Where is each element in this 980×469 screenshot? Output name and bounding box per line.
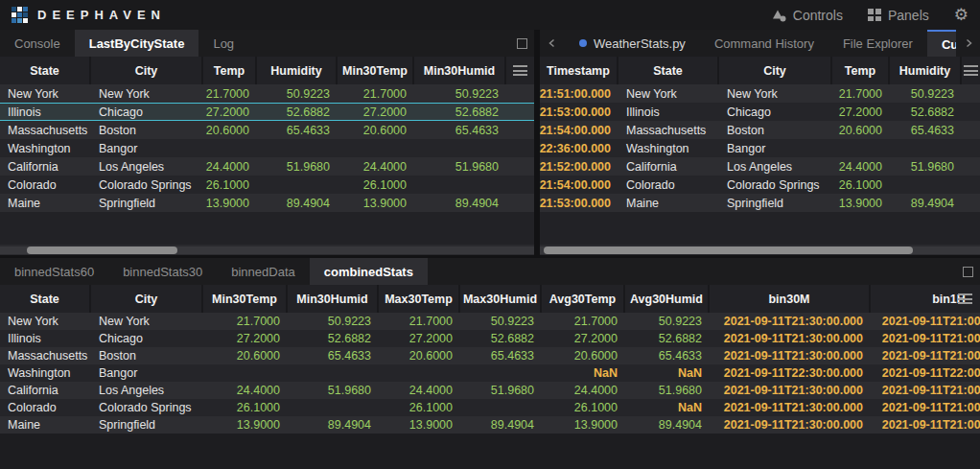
table-menu-icon[interactable] bbox=[964, 65, 978, 76]
column-header[interactable]: Timestamp bbox=[540, 57, 618, 84]
tab-log[interactable]: Log bbox=[198, 30, 248, 57]
table-cell bbox=[890, 139, 962, 157]
column-header[interactable]: Min30Humid bbox=[288, 285, 379, 313]
panels-button[interactable]: Panels bbox=[868, 8, 929, 23]
column-header[interactable]: Min30Temp bbox=[338, 57, 414, 84]
tab-combinedstats[interactable]: combinedStats bbox=[310, 258, 428, 285]
tab-weatherstats-py[interactable]: WeatherStats.py bbox=[565, 30, 700, 57]
table-row[interactable]: 21:54:00.000MassachusettsBoston20.600065… bbox=[540, 121, 980, 139]
tab-scroll-right-icon[interactable] bbox=[956, 30, 980, 57]
table-cell: 21:53:00.000 bbox=[540, 103, 618, 121]
current-weather-panel: WeatherStats.py Command History File Exp… bbox=[540, 30, 980, 255]
table-cell: 2021-09-11T21:30:00.000 bbox=[710, 382, 871, 399]
table-row[interactable]: 21:53:00.000MaineSpringfield13.900089.49… bbox=[540, 194, 980, 212]
table-cell: Colorado Springs bbox=[719, 176, 832, 194]
table-cell: 2021-09-11T22:00:00.000 bbox=[871, 364, 980, 382]
vertical-splitter[interactable] bbox=[534, 30, 540, 255]
table-cell: 13.9000 bbox=[832, 194, 890, 212]
table-row[interactable]: 21:51:00.000New YorkNew York21.700050.92… bbox=[540, 84, 980, 103]
table-menu-icon[interactable] bbox=[513, 65, 527, 76]
table-row[interactable]: MassachusettsBoston20.600065.463320.6000… bbox=[0, 121, 534, 139]
table-row[interactable]: IllinoisChicago27.200052.688227.200052.6… bbox=[0, 103, 534, 121]
horizontal-scrollbar[interactable] bbox=[540, 245, 980, 255]
table-cell: 51.9680 bbox=[890, 157, 962, 176]
column-header[interactable]: State bbox=[618, 57, 719, 84]
table-cell: 24.4000 bbox=[203, 157, 257, 176]
column-header[interactable]: Max30Temp bbox=[379, 285, 460, 313]
column-header[interactable]: Humidity bbox=[890, 57, 962, 84]
table-cell: California bbox=[0, 157, 91, 176]
table-row[interactable]: MaineSpringfield13.900089.490413.900089.… bbox=[0, 194, 534, 212]
column-header[interactable]: Temp bbox=[832, 57, 890, 84]
table-cell: Colorado Springs bbox=[91, 176, 203, 194]
column-header[interactable]: City bbox=[91, 285, 203, 313]
tab-binnedstats60[interactable]: binnedStats60 bbox=[0, 258, 108, 285]
column-header[interactable]: Temp bbox=[203, 57, 257, 84]
table-menu-button[interactable] bbox=[962, 57, 980, 84]
table-row[interactable]: New YorkNew York21.700050.922321.700050.… bbox=[0, 84, 534, 103]
column-header[interactable]: Min30Humid bbox=[414, 57, 506, 84]
table-cell: 65.4633 bbox=[890, 121, 962, 139]
table-row[interactable]: 21:53:00.000IllinoisChicago27.200052.688… bbox=[540, 103, 980, 121]
table-cell: 21:52:00.000 bbox=[540, 157, 618, 176]
column-header[interactable]: City bbox=[91, 57, 203, 84]
table-cell: 2021-09-11T21:30:00.000 bbox=[710, 330, 871, 347]
tab-current[interactable]: Current bbox=[927, 30, 956, 57]
tab-command-history[interactable]: Command History bbox=[700, 30, 828, 57]
controls-label: Controls bbox=[793, 8, 843, 23]
tab-binneddata[interactable]: binnedData bbox=[217, 258, 310, 285]
table-row[interactable]: ColoradoColorado Springs26.100026.1000 bbox=[0, 176, 534, 194]
table-row[interactable]: ColoradoColorado Springs26.100026.100026… bbox=[0, 399, 980, 416]
column-header[interactable]: Avg30Temp bbox=[542, 285, 625, 313]
table-cell: Los Angeles bbox=[91, 382, 203, 399]
tab-file-explorer[interactable]: File Explorer bbox=[828, 30, 927, 57]
controls-button[interactable]: Controls bbox=[772, 8, 843, 23]
settings-gear-icon[interactable]: ⚙ bbox=[954, 7, 968, 23]
scrollbar-thumb[interactable] bbox=[544, 246, 913, 254]
maximize-icon[interactable] bbox=[509, 30, 534, 57]
table-cell bbox=[506, 194, 534, 212]
column-header[interactable]: bin30M bbox=[710, 285, 871, 313]
table-row[interactable]: 21:52:00.000CaliforniaLos Angeles24.4000… bbox=[540, 157, 980, 176]
tab-binnedstats30[interactable]: binnedStats30 bbox=[108, 258, 217, 285]
table-row[interactable]: WashingtonBangor bbox=[0, 139, 534, 157]
table-cell: 20.6000 bbox=[338, 121, 414, 139]
table-row[interactable]: MaineSpringfield13.900089.490413.900089.… bbox=[0, 416, 980, 434]
table-cell bbox=[962, 84, 980, 103]
table-row[interactable]: IllinoisChicago27.200052.688227.200052.6… bbox=[0, 330, 980, 347]
table-cell: NaN bbox=[542, 364, 625, 382]
table-row[interactable]: 21:54:00.000ColoradoColorado Springs26.1… bbox=[540, 176, 980, 194]
table-row[interactable]: WashingtonBangorNaNNaN2021-09-11T22:30:0… bbox=[0, 364, 980, 382]
panels-grid-icon bbox=[868, 9, 881, 21]
column-header[interactable]: City bbox=[719, 57, 832, 84]
table-menu-button[interactable] bbox=[506, 57, 534, 84]
table-cell: Washington bbox=[618, 139, 719, 157]
table-cell: 50.9223 bbox=[288, 313, 379, 330]
lastbycitystate-table: StateCityTempHumidityMin30TempMin30Humid… bbox=[0, 57, 534, 245]
column-header[interactable]: State bbox=[0, 57, 91, 84]
table-menu-button[interactable] bbox=[953, 285, 976, 313]
column-header[interactable]: Min30Temp bbox=[203, 285, 288, 313]
column-header[interactable]: Humidity bbox=[257, 57, 338, 84]
tab-console[interactable]: Console bbox=[0, 30, 75, 57]
table-cell bbox=[506, 139, 534, 157]
table-cell: 13.9000 bbox=[379, 416, 460, 434]
table-cell: 26.1000 bbox=[379, 399, 460, 416]
table-row[interactable]: MassachusettsBoston20.600065.463320.6000… bbox=[0, 347, 980, 364]
table-cell: Illinois bbox=[0, 104, 91, 120]
tab-lastbycitystate[interactable]: LastByCityState bbox=[75, 30, 199, 57]
horizontal-scrollbar[interactable] bbox=[0, 245, 534, 255]
table-row[interactable]: CaliforniaLos Angeles24.400051.968024.40… bbox=[0, 382, 980, 399]
table-row[interactable]: 22:36:00.000WashingtonBangor bbox=[540, 139, 980, 157]
maximize-icon[interactable] bbox=[955, 258, 980, 285]
table-menu-icon[interactable] bbox=[958, 293, 972, 304]
column-header[interactable]: Avg30Humid bbox=[625, 285, 710, 313]
horizontal-splitter[interactable] bbox=[0, 255, 980, 258]
column-header[interactable]: Max30Humid bbox=[460, 285, 542, 313]
column-header[interactable]: State bbox=[0, 285, 91, 313]
table-row[interactable]: New YorkNew York21.700050.922321.700050.… bbox=[0, 313, 980, 330]
table-row[interactable]: CaliforniaLos Angeles24.400051.968024.40… bbox=[0, 157, 534, 176]
tab-scroll-left-icon[interactable] bbox=[540, 30, 565, 57]
table-cell: 52.6882 bbox=[460, 330, 542, 347]
scrollbar-thumb[interactable] bbox=[27, 246, 177, 254]
